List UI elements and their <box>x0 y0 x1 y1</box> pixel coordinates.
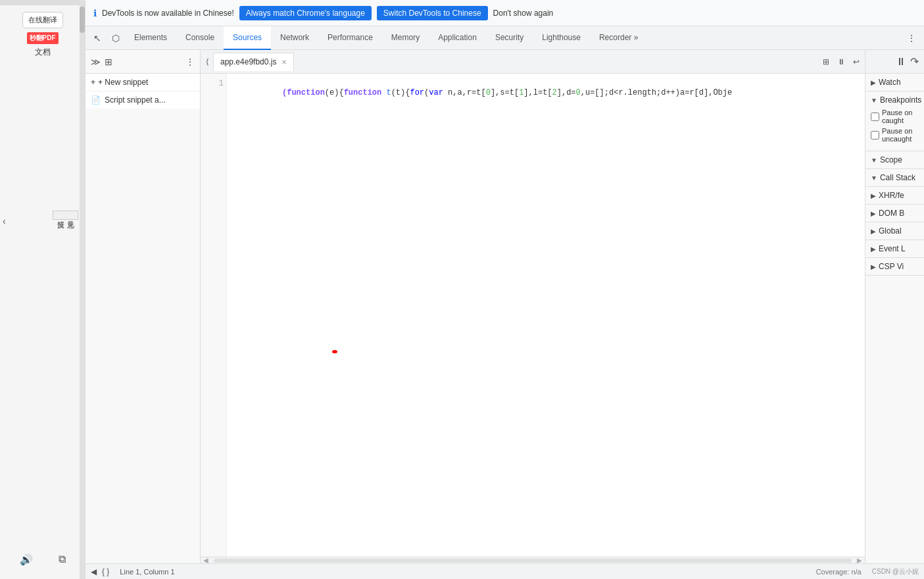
more-tabs-icon[interactable]: ⋮ <box>904 30 919 46</box>
new-snippet-button[interactable]: + + New snippet <box>85 74 200 91</box>
csp-label: CSP Vi <box>879 262 904 271</box>
event-listener-section-header[interactable]: ▶ Event L <box>871 244 919 253</box>
expand-editor-icon[interactable]: ⟨ <box>203 55 212 69</box>
expand-left-icon[interactable]: ≫ <box>91 57 101 67</box>
event-arrow-icon: ▶ <box>871 245 876 253</box>
sidebar-collapse-icon[interactable]: ‹ <box>3 216 6 226</box>
global-section-header[interactable]: ▶ Global <box>871 226 919 236</box>
translate-button[interactable]: 在线翻译 <box>22 12 63 28</box>
global-arrow-icon: ▶ <box>871 228 876 235</box>
pause-caught-checkbox[interactable] <box>871 113 879 121</box>
breakpoints-section-header[interactable]: ▼ Breakpoints <box>871 95 919 105</box>
info-icon: ℹ <box>93 8 97 18</box>
devtools-tab-bar: ↖ ⬡ Elements Console Sources Network Per… <box>85 26 924 50</box>
device-icon[interactable]: ⬡ <box>109 30 122 46</box>
global-label: Global <box>879 226 902 236</box>
pause-caught-label: Pause on caught <box>882 109 919 124</box>
line-numbers: 1 <box>201 74 227 557</box>
pdf-badge[interactable]: 秒翻PDF <box>27 32 59 44</box>
tab-application[interactable]: Application <box>429 26 486 50</box>
sources-left-panel: ≫ ⊞ ⋮ + + New snippet 📄 Script snippet a… <box>85 50 201 563</box>
script-snippet-item[interactable]: 📄 Script snippet a... <box>85 91 200 109</box>
tab-security[interactable]: Security <box>486 26 533 50</box>
line-column-status: Line 1, Column 1 <box>120 568 174 576</box>
tab-memory[interactable]: Memory <box>382 26 429 50</box>
watch-arrow-icon: ▶ <box>871 79 876 86</box>
pause-uncaught-label: Pause on uncaught <box>882 127 919 143</box>
pause-icon[interactable]: ⏸ <box>835 55 848 69</box>
snippet-file-icon: 📄 <box>91 95 101 105</box>
pause-script-icon[interactable]: ⏸ <box>896 56 906 68</box>
call-stack-section-header[interactable]: ▼ Call Stack <box>871 173 919 182</box>
sidebar-scrollbar[interactable] <box>80 0 85 579</box>
breakpoints-section: ▼ Breakpoints Pause on caught Pause on u… <box>865 91 924 151</box>
dom-section-header[interactable]: ▶ DOM B <box>871 209 919 218</box>
sidebar-top-bar <box>0 0 85 5</box>
code-editor[interactable]: (function(e){function t(t){for(var n,a,r… <box>227 74 865 557</box>
tab-network[interactable]: Network <box>271 26 318 50</box>
coverage-status: Coverage: n/a <box>816 568 862 576</box>
page-sidebar: 在线翻译 秒翻PDF 文档 ‹ 意见反馈 🔊 ⧉ <box>0 0 85 579</box>
close-tab-icon[interactable]: ✕ <box>281 59 287 66</box>
bottom-status-bar: ◀ { } Line 1, Column 1 Coverage: n/a CSD… <box>85 563 924 579</box>
sound-icon[interactable]: 🔊 <box>20 553 33 566</box>
pause-caught-item[interactable]: Pause on caught <box>871 107 919 126</box>
xhr-section: ▶ XHR/fe <box>865 187 924 205</box>
global-section: ▶ Global <box>865 222 924 240</box>
tab-recorder[interactable]: Recorder » <box>590 26 647 50</box>
notification-bar: ℹ DevTools is now available in Chinese! … <box>85 0 924 26</box>
match-language-button[interactable]: Always match Chrome's language <box>239 6 372 20</box>
devtools-panel: ℹ DevTools is now available in Chinese! … <box>85 0 924 579</box>
switch-to-chinese-button[interactable]: Switch DevTools to Chinese <box>377 6 488 20</box>
main-area: ≫ ⊞ ⋮ + + New snippet 📄 Script snippet a… <box>85 50 924 563</box>
format-button[interactable]: { } <box>102 567 109 576</box>
editor-hscrollbar[interactable]: ◀ ▶ <box>201 557 865 563</box>
scroll-left-icon[interactable]: ◀ <box>201 557 211 563</box>
scroll-right-icon[interactable]: ▶ <box>854 557 865 563</box>
tab-console[interactable]: Console <box>176 26 224 50</box>
pause-uncaught-item[interactable]: Pause on uncaught <box>871 126 919 144</box>
step-over-icon[interactable]: ↷ <box>910 55 919 68</box>
watermark: CSDN @云小妮 <box>872 567 919 576</box>
doc-label: 文档 <box>35 47 51 58</box>
editor-tabs: ⟨ app.e4e9fbd0.js ✕ ⊞ ⏸ ↩ <box>201 50 865 74</box>
resume-icon[interactable]: ↩ <box>850 55 862 69</box>
copy-icon[interactable]: ⧉ <box>59 553 66 566</box>
code-container: 1 (function(e){function t(t){for(var n,a… <box>201 74 865 557</box>
new-snippet-label: + New snippet <box>98 78 148 87</box>
sidebar-bottom-icons: 🔊 ⧉ <box>0 553 85 566</box>
csp-section-header[interactable]: ▶ CSP Vi <box>871 262 919 271</box>
toggle-sidebar-icon[interactable]: ⊞ <box>105 57 112 67</box>
tab-sources[interactable]: Sources <box>224 26 271 50</box>
editor-area: ⟨ app.e4e9fbd0.js ✕ ⊞ ⏸ ↩ 1 (function(e)… <box>201 50 865 563</box>
scope-section-header[interactable]: ▼ Scope <box>871 155 919 164</box>
scope-label: Scope <box>880 155 902 164</box>
scope-arrow-icon: ▼ <box>871 157 877 164</box>
xhr-section-header[interactable]: ▶ XHR/fe <box>871 191 919 200</box>
xhr-arrow-icon: ▶ <box>871 192 876 199</box>
format-source-icon[interactable]: ⊞ <box>820 55 832 69</box>
watch-section-header[interactable]: ▶ Watch <box>871 78 919 87</box>
breakpoints-label: Breakpoints <box>880 95 921 105</box>
editor-file-tab[interactable]: app.e4e9fbd0.js ✕ <box>213 53 294 71</box>
watch-label: Watch <box>879 78 901 87</box>
annotation-red-dot <box>332 350 337 353</box>
tab-performance[interactable]: Performance <box>318 26 382 50</box>
cursor-icon[interactable]: ↖ <box>91 30 104 46</box>
tab-elements[interactable]: Elements <box>125 26 176 50</box>
pause-uncaught-checkbox[interactable] <box>871 131 879 139</box>
tab-lighthouse[interactable]: Lighthouse <box>533 26 590 50</box>
line-number-1: 1 <box>203 79 224 88</box>
call-stack-label: Call Stack <box>880 173 915 182</box>
feedback-tab[interactable]: 意见反馈 <box>53 211 78 220</box>
right-debugger-panel: ⏸ ↷ ▶ Watch ▼ Breakpoints P <box>865 50 924 563</box>
format-icon: { } <box>102 567 109 576</box>
event-label: Event L <box>879 244 906 253</box>
dont-show-again-button[interactable]: Don't show again <box>493 9 554 18</box>
debugger-toolbar: ⏸ ↷ <box>865 50 924 74</box>
nav-left-icon[interactable]: ◀ <box>91 567 97 576</box>
hscroll-track[interactable] <box>214 559 852 563</box>
watch-section: ▶ Watch <box>865 74 924 91</box>
sources-more-icon[interactable]: ⋮ <box>185 57 195 67</box>
breakpoints-arrow-icon: ▼ <box>871 97 877 104</box>
